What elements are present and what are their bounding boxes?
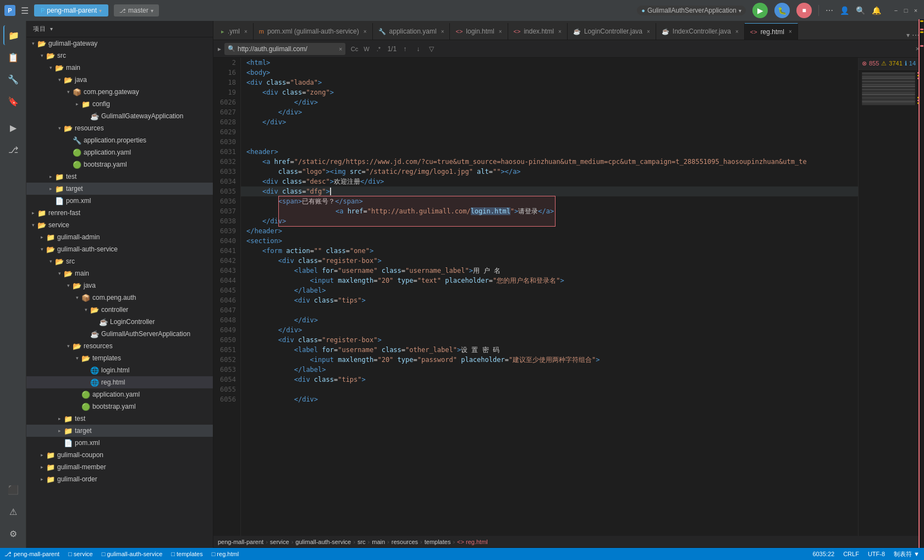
breadcrumb-peng-mall-parent[interactable]: peng-mall-parent [218, 539, 263, 545]
tree-item-controller[interactable]: ▾ 📂 controller [26, 304, 213, 316]
breadcrumb-gulimall-auth-service[interactable]: gulimall-auth-service [295, 539, 351, 545]
run-debug-icon[interactable]: ▶ [3, 118, 23, 138]
tree-item-target2[interactable]: ▸ 📁 target [26, 425, 213, 437]
tab-index-html[interactable]: <> index.html × [508, 23, 568, 40]
tab-pom-xml[interactable]: m pom.xml (gulimall-auth-service) × [254, 23, 373, 40]
tree-item-templates[interactable]: ▾ 📂 templates [26, 352, 213, 364]
terminal-icon[interactable]: ⬛ [3, 480, 23, 499]
breadcrumb-reg-html[interactable]: <> reg.html [457, 539, 488, 545]
search-icon[interactable]: 🔍 [856, 6, 865, 15]
tab-login-html[interactable]: <> login.html × [450, 23, 508, 40]
tree-item-src1[interactable]: ▾ 📂 src [26, 50, 213, 62]
filter-btn[interactable]: ▽ [426, 44, 436, 54]
tree-item-main2[interactable]: ▾ 📂 main [26, 267, 213, 279]
menu-icon[interactable]: ☰ [19, 4, 31, 17]
tree-item-service[interactable]: ▾ 📂 service [26, 219, 213, 231]
tree-item-java2[interactable]: ▾ 📂 java [26, 279, 213, 292]
branch-tab[interactable]: ⎇ master ▾ [114, 4, 159, 17]
tree-item-gulimall-auth-service[interactable]: ▾ 📂 gulimall-auth-service [26, 243, 213, 255]
tree-item-resources1[interactable]: ▾ 📂 resources [26, 122, 213, 134]
search-input-wrap: 🔍 × [224, 43, 345, 55]
tree-item-config[interactable]: ▸ 📁 config [26, 98, 213, 110]
reg-html-status[interactable]: □ reg.html [212, 551, 239, 557]
close-button[interactable]: × [912, 7, 920, 14]
tree-item-app-prop[interactable]: 🔧 application.properties [26, 134, 213, 146]
breadcrumb-service[interactable]: service [270, 539, 289, 545]
encoding[interactable]: UTF-8 [868, 550, 885, 558]
bookmark-icon[interactable]: 🔖 [3, 91, 23, 111]
tree-item-com-peng-gateway[interactable]: ▾ 📦 com.peng.gateway [26, 86, 213, 98]
tree-item-LoginController[interactable]: ☕ LoginController [26, 316, 213, 328]
tree-item-app-yaml1[interactable]: 🟢 application.yaml [26, 146, 213, 158]
tree-item-src2[interactable]: ▾ 📂 src [26, 255, 213, 267]
tree-item-gulimall-gateway[interactable]: ▾ 📂 gulimall-gateway [26, 37, 213, 50]
code-content[interactable]: <html> <body> <div class="laoda"> <div c… [241, 58, 858, 536]
minimize-button[interactable]: − [892, 7, 900, 14]
user-icon[interactable]: 👤 [840, 6, 849, 15]
tree-item-gulimall-order[interactable]: ▸ 📁 gulimall-order [26, 473, 213, 485]
breadcrumb-resources[interactable]: resources [392, 539, 418, 545]
tab-IndexController[interactable]: ☕ IndexController.java × [656, 23, 745, 40]
tree-item-pom2[interactable]: 📄 pom.xml [26, 437, 213, 449]
tree-item-test2[interactable]: ▸ 📁 test [26, 413, 213, 425]
fold-button[interactable]: ▸ [218, 45, 221, 53]
tree-item-bootstrap-yaml1[interactable]: 🟢 bootstrap.yaml [26, 158, 213, 171]
git-icon[interactable]: ⎇ [3, 140, 23, 160]
breadcrumb-templates[interactable]: templates [425, 539, 451, 545]
tab-reg-html[interactable]: <> reg.html × [745, 23, 798, 40]
line-ending[interactable]: CRLF [843, 550, 859, 558]
tab-dropdown-btn[interactable]: ▾ [906, 31, 910, 39]
gulimall-auth-service-status[interactable]: □ gulimall-auth-service [102, 551, 163, 557]
more-icon[interactable]: ⋯ [826, 6, 833, 15]
tree-item-java1[interactable]: ▾ 📂 java [26, 74, 213, 86]
tree-item-app-yaml2[interactable]: 🟢 application.yaml [26, 388, 213, 400]
templates-status[interactable]: □ templates [171, 551, 202, 557]
git-branch-status[interactable]: ⎇ peng-mall-parent [4, 551, 59, 558]
clear-search[interactable]: × [339, 46, 342, 52]
tree-item-login-html[interactable]: 🌐 login.html [26, 364, 213, 376]
search-input[interactable] [238, 45, 337, 53]
code-line-6056: </div> [241, 394, 858, 404]
tree-item-gulimall-admin[interactable]: ▸ 📁 gulimall-admin [26, 231, 213, 243]
breadcrumb-main[interactable]: main [372, 539, 385, 545]
tree-item-pom1[interactable]: 📄 pom.xml [26, 195, 213, 207]
prev-result-btn[interactable]: ↑ [400, 44, 410, 54]
debug-button[interactable]: 🐛 [774, 3, 790, 18]
project-tab[interactable]: P peng-mall-parent ▾ [34, 4, 108, 17]
tree-item-test1[interactable]: ▸ 📁 test [26, 171, 213, 183]
error-indicators: ⊗ 855 ⚠ 3741 ℹ 14 ✱ 34 ↑ [859, 58, 924, 70]
next-result-btn[interactable]: ↓ [413, 44, 423, 54]
tab-LoginController[interactable]: ☕ LoginController.java × [568, 23, 656, 40]
breadcrumb-src[interactable]: src [358, 539, 366, 545]
tree-item-gulimall-coupon[interactable]: ▸ 📁 gulimall-coupon [26, 449, 213, 461]
run-button[interactable]: ▶ [752, 3, 768, 18]
tab-application-yaml[interactable]: 🔧 application.yaml × [373, 23, 450, 40]
tab-yml[interactable]: ▸ .yml × [216, 23, 254, 40]
tree-item-GulimallGatewayApp[interactable]: ☕ GulimallGatewayApplication [26, 110, 213, 122]
problems-icon[interactable]: ⚠ [3, 502, 23, 521]
structure-icon[interactable]: 🔧 [3, 69, 23, 89]
run-config[interactable]: ● GulimallAuthServerApplication ▾ [637, 6, 746, 15]
tree-item-GulimallAuthServerApp[interactable]: ☕ GulimallAuthServerApplication [26, 328, 213, 340]
case-sensitive-btn[interactable]: Cc [349, 44, 360, 54]
tree-item-target1[interactable]: ▸ 📁 target [26, 183, 213, 195]
tree-item-resources2[interactable]: ▾ 📂 resources [26, 340, 213, 352]
tree-item-renren-fast[interactable]: ▸ 📁 renren-fast [26, 207, 213, 219]
cursor-position[interactable]: 6035:22 [812, 550, 834, 558]
explorer-icon[interactable]: 📁 [3, 25, 23, 45]
tree-item-main1[interactable]: ▾ 📂 main [26, 62, 213, 74]
settings-icon[interactable]: ⚙ [3, 524, 23, 543]
whole-word-btn[interactable]: W [361, 44, 372, 54]
code-line-6044: <input maxlength="20" type="text" placeh… [241, 276, 858, 286]
service-status[interactable]: □ service [68, 551, 93, 557]
bell-icon[interactable]: 🔔 [872, 6, 881, 15]
tree-item-com-peng-auth[interactable]: ▾ 📦 com.peng.auth [26, 292, 213, 304]
commit-icon[interactable]: 📋 [3, 47, 23, 67]
indent-type[interactable]: 制表符 ▼ [894, 550, 920, 558]
tree-item-bootstrap-yaml2[interactable]: 🟢 bootstrap.yaml [26, 400, 213, 413]
stop-button[interactable]: ■ [796, 3, 812, 18]
tree-item-reg-html[interactable]: 🌐 reg.html [26, 376, 213, 388]
maximize-button[interactable]: □ [902, 7, 910, 14]
regex-btn[interactable]: .* [373, 44, 384, 54]
tree-item-gulimall-member[interactable]: ▸ 📁 gulimall-member [26, 461, 213, 473]
